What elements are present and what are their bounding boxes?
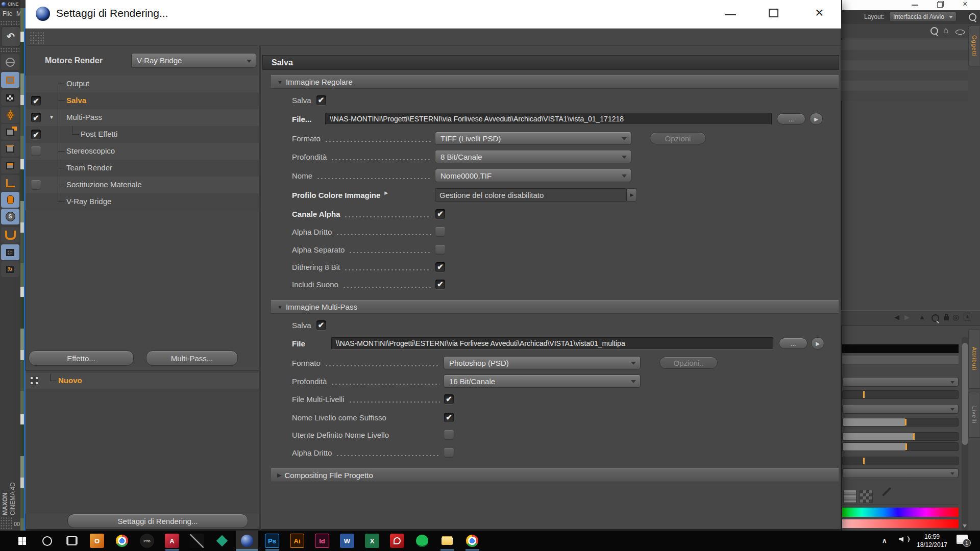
hue-spectrum-bar[interactable] xyxy=(842,508,959,517)
dialog-drag-handle[interactable] xyxy=(30,32,44,45)
effetto-button[interactable]: Effetto... xyxy=(29,350,134,366)
tab-livelli[interactable]: Livelli xyxy=(968,392,979,438)
chrome-2-icon[interactable] xyxy=(465,534,479,548)
alpha-separato-checkbox[interactable] xyxy=(435,245,445,255)
slider-brightness[interactable] xyxy=(842,457,959,465)
section-immagine-regolare[interactable]: ▼ Immagine Regolare xyxy=(271,75,839,89)
gradient-swatch-icon[interactable] xyxy=(843,490,856,503)
salva-enabled-checkbox[interactable]: ✔ xyxy=(31,96,41,106)
tab-attributi[interactable]: Attributi xyxy=(968,329,979,389)
mp-salva-checkbox[interactable]: ✔ xyxy=(316,320,326,330)
visibility-icon[interactable] xyxy=(955,30,965,35)
mp-browse-button[interactable]: ... xyxy=(779,338,807,349)
dialog-close-button[interactable]: × xyxy=(815,5,823,21)
autocad-icon[interactable]: A xyxy=(165,534,179,548)
bg-minimize-button[interactable] xyxy=(912,5,918,6)
windows-start-button[interactable] xyxy=(15,534,29,548)
stereoscopico-enabled-checkbox[interactable] xyxy=(31,146,41,156)
checker-swatch-icon[interactable] xyxy=(860,490,873,503)
target-icon[interactable]: ◎ xyxy=(952,313,959,322)
color-space-select[interactable] xyxy=(842,404,959,414)
polygons-mode-icon[interactable] xyxy=(1,158,19,173)
render-settings-button[interactable]: Settaggi di Rendering... xyxy=(67,514,248,528)
slider-r[interactable] xyxy=(842,418,959,427)
parent-up-icon[interactable]: ▲ xyxy=(919,313,925,321)
slider-b[interactable] xyxy=(842,442,959,451)
photoshop-icon[interactable]: Ps xyxy=(265,534,279,548)
engine-select[interactable]: V-Ray Bridge xyxy=(131,53,256,68)
workplane-icon[interactable] xyxy=(1,107,19,123)
tray-clock[interactable]: 16:59 18/12/2017 xyxy=(914,533,950,549)
tab-oggetti[interactable]: Oggetti xyxy=(968,26,979,66)
history-back-icon[interactable]: ◀ xyxy=(894,313,899,321)
profilo-menu-button[interactable]: ▶ xyxy=(627,188,637,202)
mp-multilivelli-checkbox[interactable]: ✔ xyxy=(444,394,454,404)
graphite-app-icon[interactable] xyxy=(190,534,204,548)
file-explorer-icon[interactable] xyxy=(440,534,454,548)
mp-formato-select[interactable]: Photoshop (PSD) xyxy=(444,356,641,369)
layout-search-icon[interactable] xyxy=(969,13,976,21)
multipass-button[interactable]: Multi-Pass... xyxy=(146,350,238,366)
workplane-rotate-icon[interactable]: ↻ xyxy=(1,261,19,277)
multipass-enabled-checkbox[interactable]: ✔ xyxy=(31,113,41,122)
slider-g[interactable] xyxy=(842,432,959,441)
mp-file-arrow-button[interactable]: ▶ xyxy=(811,337,824,349)
tree-row-posteffetti[interactable]: ✔ Post Effetti xyxy=(26,126,259,143)
browse-button[interactable]: ... xyxy=(777,113,805,124)
magnet-tool-icon[interactable] xyxy=(1,227,19,243)
mouse-tool-icon[interactable] xyxy=(1,192,19,208)
model-mode-icon[interactable] xyxy=(1,72,19,88)
toolbar-grip[interactable] xyxy=(0,20,19,25)
acrobat-icon[interactable] xyxy=(390,534,404,548)
toolbar-grip-2[interactable] xyxy=(0,47,19,52)
gem-app-icon[interactable] xyxy=(215,534,229,548)
lock-icon[interactable] xyxy=(944,316,949,320)
notification-icon[interactable]: 1 xyxy=(957,535,968,544)
task-view-button[interactable] xyxy=(65,534,79,548)
profilo-value-box[interactable]: Gestione del colore disabilitato xyxy=(435,188,627,202)
snap-s-icon[interactable]: S xyxy=(1,209,19,224)
file-arrow-button[interactable]: ▶ xyxy=(810,113,823,125)
chrome-icon[interactable] xyxy=(115,534,129,548)
saturation-bar[interactable] xyxy=(842,519,959,528)
profilo-expand-icon[interactable]: ▶ xyxy=(384,190,388,195)
sostituzione-enabled-checkbox[interactable] xyxy=(31,180,41,190)
texture-mode-icon[interactable] xyxy=(1,90,19,106)
indesign-icon[interactable]: Id xyxy=(315,534,329,548)
effects-row-nuovo[interactable]: Nuovo xyxy=(26,373,259,389)
includi-suono-checkbox[interactable]: ✔ xyxy=(435,280,445,289)
swatch-select[interactable] xyxy=(842,468,959,478)
dithering-checkbox[interactable]: ✔ xyxy=(435,262,445,272)
mp-profondita-select[interactable]: 16 Bit/Canale xyxy=(444,374,641,388)
excel-icon[interactable]: X xyxy=(365,534,379,548)
expander-icon[interactable]: ▼ xyxy=(49,114,54,120)
bottom-grip[interactable] xyxy=(0,517,12,529)
color-mode-select[interactable] xyxy=(842,377,959,387)
layout-select[interactable]: Interfaccia di Avvio xyxy=(889,12,957,22)
home-icon[interactable]: ⌂ xyxy=(943,26,948,36)
bg-restore-button[interactable] xyxy=(937,2,943,8)
word-icon[interactable]: W xyxy=(340,534,354,548)
profondita-select[interactable]: 8 Bit/Canale xyxy=(435,150,631,163)
attributes-scrollbar[interactable] xyxy=(962,337,968,531)
mp-file-path-input[interactable]: \\NAS-MONTINI\Progetti\ESTERNI\via Forli… xyxy=(331,337,773,349)
attributes-search-icon[interactable] xyxy=(932,314,939,322)
workplane-lock-icon[interactable] xyxy=(1,244,19,260)
objects-search-icon[interactable] xyxy=(930,27,938,35)
axis-mode-icon[interactable] xyxy=(1,175,19,191)
cinema4d-icon[interactable] xyxy=(240,534,254,548)
pane-divider[interactable] xyxy=(259,46,261,530)
points-mode-icon[interactable] xyxy=(1,124,19,140)
edges-mode-icon[interactable] xyxy=(1,141,19,157)
file-path-input[interactable]: \\NAS-MONTINI\Progetti\ESTERNI\via Forli… xyxy=(325,113,772,125)
add-attribute-icon[interactable]: + xyxy=(964,313,971,320)
outlook-icon[interactable]: O xyxy=(90,534,104,548)
cortana-button[interactable] xyxy=(40,534,54,548)
history-forward-icon[interactable]: ▶ xyxy=(904,313,910,321)
section-compositing[interactable]: ▶ Compositing FIle Progetto xyxy=(271,468,839,482)
section-immagine-multipass[interactable]: ▼ Immagine Multi-Pass xyxy=(271,300,839,314)
posteffetti-enabled-checkbox[interactable]: ✔ xyxy=(31,130,41,139)
nome-select[interactable]: Nome0000.TIF xyxy=(435,169,631,182)
slider-1[interactable] xyxy=(842,390,959,399)
mp-utente-checkbox[interactable] xyxy=(444,430,454,440)
